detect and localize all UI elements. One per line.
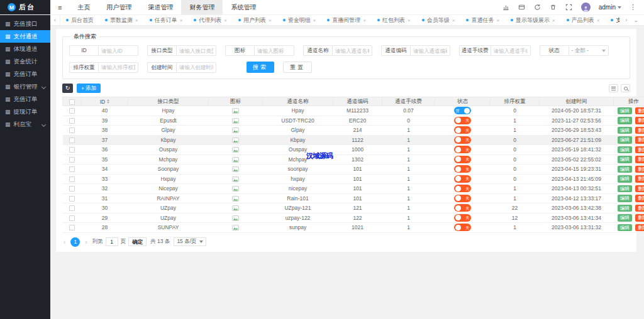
delete-button[interactable]: 删除 (635, 166, 644, 173)
edit-button[interactable]: 编辑 (618, 136, 632, 144)
row-checkbox[interactable] (69, 138, 75, 143)
icon-input[interactable] (254, 45, 294, 56)
row-checkbox[interactable] (69, 186, 75, 192)
id-input[interactable] (98, 45, 138, 56)
delete-button[interactable]: 删除 (635, 214, 644, 222)
sidebar-item[interactable]: ▦ 充值订单 (0, 68, 50, 80)
edit-button[interactable]: 编辑 (618, 224, 632, 232)
tab[interactable]: 资金明细 × (277, 15, 322, 25)
status-select[interactable]: - 全部 - (569, 45, 609, 56)
tab-close-icon[interactable]: × (408, 18, 411, 23)
edit-button[interactable]: 编辑 (618, 117, 632, 124)
tab-close-icon[interactable]: × (496, 18, 499, 23)
delete-button[interactable]: 删除 (635, 175, 644, 183)
row-checkbox[interactable] (69, 157, 75, 163)
tab[interactable]: 直通任务 × (460, 15, 505, 25)
tab[interactable]: 支付通道 × (605, 15, 619, 25)
tabs-scroll-right-icon[interactable]: › (625, 17, 627, 23)
tab[interactable]: 任务订单 × (144, 15, 189, 25)
channel-code-input[interactable] (410, 45, 450, 56)
status-toggle[interactable]: 关 (454, 224, 471, 231)
status-toggle[interactable]: 关 (454, 204, 471, 212)
tabs-more-icon[interactable]: ⌄ (633, 17, 638, 23)
tab-close-icon[interactable]: × (313, 18, 316, 23)
status-toggle[interactable]: 关 (454, 126, 471, 134)
edit-button[interactable]: 编辑 (618, 146, 632, 154)
created-time-input[interactable] (176, 62, 216, 73)
reset-button[interactable]: 重置 (283, 62, 312, 73)
row-checkbox[interactable] (69, 205, 75, 211)
sidebar-item[interactable]: ▦ 资金统计 (0, 55, 50, 68)
tab[interactable]: 显示等级展示 × (505, 15, 561, 25)
tab[interactable]: 直播间管理 × (321, 15, 372, 25)
row-checkbox[interactable] (69, 118, 75, 124)
channel-name-input[interactable] (332, 45, 372, 56)
sidebar-item[interactable]: ▦ 充值订单 (0, 93, 50, 105)
delete-button[interactable]: 删除 (635, 224, 644, 232)
status-toggle[interactable]: 开 (454, 107, 471, 114)
filter-columns-icon[interactable] (609, 84, 618, 92)
edit-button[interactable]: 编辑 (618, 166, 632, 173)
tab-close-icon[interactable]: × (363, 18, 366, 23)
edit-button[interactable]: 编辑 (618, 205, 632, 212)
row-checkbox[interactable] (69, 166, 75, 172)
refresh-icon[interactable] (534, 4, 541, 11)
tab-close-icon[interactable]: × (552, 18, 555, 23)
tab-close-icon[interactable]: × (597, 18, 600, 23)
refresh-table-button[interactable]: ↻ (62, 84, 73, 93)
sidebar-item[interactable]: ▦ 体现通道 (0, 43, 50, 55)
edit-button[interactable]: 编辑 (618, 185, 632, 193)
tab-close-icon[interactable]: × (269, 18, 272, 23)
status-toggle[interactable]: 关 (454, 195, 471, 202)
status-toggle[interactable]: 关 (454, 146, 471, 153)
status-toggle[interactable]: 关 (454, 214, 471, 222)
tab-close-icon[interactable]: × (224, 18, 227, 23)
add-button[interactable]: +添加 (77, 84, 101, 93)
status-toggle[interactable]: 关 (454, 165, 471, 173)
tab[interactable]: 后台首页 × (60, 15, 99, 25)
tab[interactable]: 代理列表 × (188, 15, 233, 25)
delete-button[interactable]: 删除 (635, 127, 644, 134)
avatar[interactable] (581, 3, 591, 12)
next-page-icon[interactable]: › (84, 239, 88, 246)
edit-button[interactable]: 编辑 (618, 175, 632, 183)
prev-page-icon[interactable]: ‹ (62, 239, 67, 246)
admin-menu[interactable]: admin (599, 4, 621, 11)
status-toggle[interactable]: 关 (454, 175, 471, 183)
delete-button[interactable]: 删除 (635, 146, 644, 154)
delete-button[interactable]: 删除 (635, 107, 644, 115)
top-nav-item[interactable]: 系统管理 (223, 0, 264, 14)
tabs-scroll-left-icon[interactable]: ‹ (50, 15, 60, 25)
goto-page-input[interactable] (106, 237, 118, 246)
top-nav-item[interactable]: 财务管理 (181, 0, 223, 14)
delete-button[interactable]: 删除 (635, 185, 644, 193)
status-toggle[interactable]: 关 (454, 185, 471, 192)
channel-fee-input[interactable] (491, 45, 531, 56)
row-checkbox[interactable] (69, 225, 75, 230)
row-checkbox[interactable] (69, 176, 75, 182)
delete-button[interactable]: 删除 (635, 195, 644, 202)
delete-button[interactable]: 删除 (635, 117, 644, 124)
api-type-input[interactable] (176, 45, 216, 56)
edit-button[interactable]: 编辑 (618, 195, 632, 202)
status-toggle[interactable]: 关 (454, 117, 471, 124)
collapse-sidebar-icon[interactable]: ≡ (50, 0, 69, 14)
tab-close-icon[interactable]: × (452, 18, 455, 23)
row-checkbox[interactable] (69, 108, 75, 114)
tab[interactable]: 用户列表 × (233, 15, 277, 25)
edit-button[interactable]: 编辑 (618, 156, 632, 163)
tab-close-icon[interactable]: × (180, 18, 183, 23)
row-checkbox[interactable] (69, 147, 75, 153)
tab[interactable]: 会员等级 × (416, 15, 461, 25)
sort-icon[interactable] (107, 99, 109, 104)
status-toggle[interactable]: 关 (454, 136, 471, 144)
clear-cache-icon[interactable] (550, 4, 557, 11)
edit-button[interactable]: 编辑 (618, 107, 632, 115)
select-all-checkbox[interactable] (69, 99, 75, 105)
sort-weight-input[interactable] (98, 62, 138, 73)
row-checkbox[interactable] (69, 196, 75, 202)
sidebar-item[interactable]: ▦ 提现订单 (0, 105, 50, 118)
top-nav-item[interactable]: 用户管理 (98, 0, 140, 14)
status-toggle[interactable]: 关 (454, 156, 471, 163)
tab[interactable]: 红包列表 × (372, 15, 416, 25)
